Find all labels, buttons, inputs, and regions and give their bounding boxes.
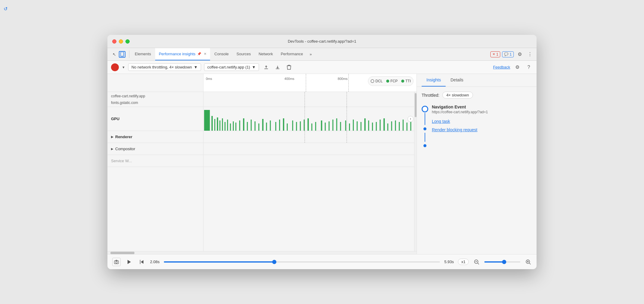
tab-performance[interactable]: Performance (277, 48, 306, 60)
svg-rect-28 (300, 121, 301, 131)
dashed-line-1 (306, 74, 306, 92)
svg-rect-20 (266, 123, 267, 131)
url-chevron-icon: ▼ (252, 65, 256, 69)
throttle-chevron-icon: ▼ (194, 65, 198, 69)
screenshot-icon[interactable] (112, 258, 121, 266)
dashed-line-gpu-1 (305, 107, 305, 131)
timeline-scrubber[interactable] (164, 261, 440, 263)
renderer-expand-icon[interactable]: ▶ (111, 135, 113, 138)
device-icon[interactable] (119, 51, 125, 58)
nav-event-title: Navigation Event (432, 105, 532, 109)
svg-rect-17 (254, 121, 255, 131)
tab-bar: ↖ Elements Performance insights 📌 ✕ Cons… (107, 48, 537, 61)
compositor-label: Compositor (115, 147, 135, 151)
more-options-icon[interactable]: ⋮ (526, 50, 534, 59)
tab-console[interactable]: Console (211, 48, 232, 60)
tab-sources[interactable]: Sources (233, 48, 254, 60)
vertical-scrollbar[interactable] (414, 92, 417, 251)
tab-divider (129, 50, 129, 58)
tab-performance-insights[interactable]: Performance insights 📌 ✕ (155, 48, 210, 60)
zoom-slider-thumb[interactable] (502, 260, 506, 264)
svg-rect-27 (296, 122, 297, 131)
nav-timeline-line-2 (425, 133, 425, 142)
gear-icon[interactable]: ⚙ (513, 63, 522, 71)
render-blocking-link[interactable]: Render blocking request (432, 127, 532, 132)
tab-elements[interactable]: Elements (131, 48, 155, 60)
svg-rect-56 (410, 120, 411, 131)
svg-rect-35 (329, 121, 330, 131)
tracks-body: coffee-cart.netlify.app fonts.gstatic.co… (107, 92, 417, 251)
feedback-link[interactable]: Feedback (493, 65, 510, 69)
svg-rect-43 (360, 122, 361, 131)
dashed-line-network-1 (305, 92, 305, 107)
tracks-left: coffee-cart.netlify.app fonts.gstatic.co… (107, 92, 203, 251)
zoom-out-icon[interactable] (473, 258, 480, 266)
maximize-button[interactable] (125, 39, 130, 44)
timeline-slider-thumb[interactable] (272, 260, 276, 264)
minimize-button[interactable] (119, 39, 123, 44)
throttled-badge: 4× slowdown (442, 92, 473, 99)
play-button[interactable] (125, 258, 133, 266)
svg-rect-39 (345, 120, 346, 131)
svg-rect-51 (391, 121, 392, 131)
gpu-visualization (203, 107, 414, 131)
svg-rect-21 (270, 120, 271, 131)
tab-insights[interactable]: Insights (422, 74, 446, 87)
svg-rect-14 (243, 118, 244, 131)
zoom-slider[interactable] (484, 261, 520, 263)
tti-label: TTI (405, 79, 411, 83)
download-icon[interactable] (273, 63, 282, 71)
close-button[interactable] (112, 39, 116, 44)
delete-icon[interactable] (285, 63, 293, 71)
scrollbar-thumb[interactable] (415, 93, 417, 117)
pin-icon: 📌 (197, 52, 201, 56)
time-800ms: 800ms (338, 77, 348, 81)
svg-rect-36 (333, 120, 333, 131)
horizontal-scrollbar[interactable] (107, 251, 417, 254)
svg-rect-49 (384, 118, 385, 131)
tab-overflow-button[interactable]: » (307, 48, 314, 60)
svg-rect-52 (395, 120, 396, 131)
title-bar: DevTools - coffee-cart.netlify.app/?ad=1 (107, 35, 537, 48)
time-start: 2.08s (150, 260, 160, 264)
message-icon: 💬 (504, 52, 508, 56)
url-selector[interactable]: coffee-cart.netlify.app (1) ▼ (204, 63, 259, 71)
expand-gpu-button[interactable]: › (408, 116, 414, 122)
settings-icon[interactable]: ⚙ (516, 50, 524, 59)
help-icon[interactable]: ? (525, 63, 533, 71)
tab-details[interactable]: Details (446, 74, 468, 87)
svg-rect-26 (292, 120, 293, 131)
tab-network[interactable]: Network (255, 48, 277, 60)
error-badge[interactable]: ✕ 1 (490, 51, 501, 57)
svg-line-68 (529, 263, 531, 264)
dashed-line-r1 (305, 131, 305, 143)
fcp-legend: FCP (386, 79, 398, 83)
throttle-selector[interactable]: No network throttling, 4× slowdown ▼ (128, 63, 201, 71)
svg-rect-15 (247, 122, 248, 131)
nav-event-url: https://coffee-cart.netlify.app/?ad=1 (432, 110, 532, 114)
long-task-link[interactable]: Long task (432, 119, 532, 124)
ruler-right: 0ms 400ms 800ms DCL FCP (203, 74, 417, 92)
svg-rect-11 (233, 121, 234, 131)
nav-timeline-line (425, 113, 425, 125)
dashed-line-network-2 (347, 92, 347, 107)
upload-icon[interactable] (262, 63, 270, 71)
skip-to-start-button[interactable] (137, 258, 146, 266)
traffic-lights[interactable] (112, 39, 130, 44)
h-scrollbar-thumb[interactable] (110, 252, 134, 254)
cursor-icon[interactable]: ↖ (112, 52, 117, 57)
svg-rect-37 (336, 118, 337, 131)
compositor-expand-icon[interactable]: ▶ (111, 147, 113, 150)
fcp-dot (386, 80, 389, 83)
tti-dot (401, 80, 404, 83)
record-dropdown-icon[interactable]: ▼ (122, 65, 125, 69)
insights-tabs: Insights Details (417, 74, 537, 87)
tab-bar-right: ✕ 1 💬 1 ⚙ ⋮ (490, 48, 534, 60)
svg-rect-31 (311, 123, 312, 131)
message-badge[interactable]: 💬 1 (502, 51, 514, 57)
record-button[interactable] (111, 63, 119, 71)
tab-close-icon[interactable]: ✕ (204, 52, 206, 56)
renderer-label: Renderer (115, 135, 132, 139)
zoom-in-icon[interactable] (525, 258, 532, 266)
nav-event-circle (422, 106, 428, 112)
